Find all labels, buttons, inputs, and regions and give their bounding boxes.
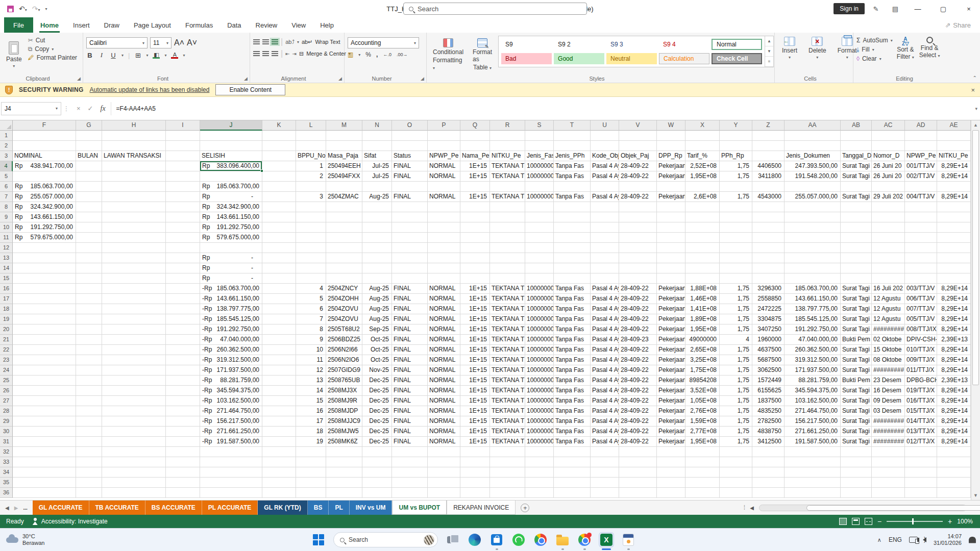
- cell-V11[interactable]: [619, 233, 657, 243]
- cell-L30[interactable]: 18: [296, 427, 326, 437]
- cell-AA34[interactable]: [785, 467, 841, 478]
- cell-H4[interactable]: [102, 161, 166, 171]
- cell-L16[interactable]: 4: [296, 284, 326, 294]
- cell-W21[interactable]: Pekerjaan: [657, 335, 685, 345]
- sheet-tab-bs[interactable]: BS: [308, 500, 329, 515]
- cell-M18[interactable]: 2504ZOVU: [326, 304, 362, 314]
- cell-AD2[interactable]: [905, 141, 937, 151]
- cell-K24[interactable]: [262, 365, 296, 375]
- cell-AE21[interactable]: 2,39E+13: [937, 335, 971, 345]
- cell-O5[interactable]: FINAL: [392, 171, 428, 182]
- cell-J30[interactable]: -Rp271.661.250,00: [200, 427, 262, 437]
- cell-T15[interactable]: [554, 273, 591, 284]
- weather-widget[interactable]: 30°CBerawan: [0, 533, 44, 546]
- cell-AE35[interactable]: [937, 478, 971, 488]
- cell-I15[interactable]: [166, 273, 200, 284]
- cell-AA6[interactable]: [785, 182, 841, 192]
- wrap-text-button[interactable]: ab↵Wrap Text: [302, 39, 340, 45]
- cell-R5[interactable]: TEKTANA T: [490, 171, 525, 182]
- cell-AD8[interactable]: [905, 202, 937, 212]
- cell-I21[interactable]: [166, 335, 200, 345]
- cell-F19[interactable]: [13, 314, 76, 324]
- cell-Q12[interactable]: [460, 243, 490, 253]
- cell-S17[interactable]: 100000000: [525, 294, 554, 304]
- cell-AB4[interactable]: Surat Tagi: [841, 161, 872, 171]
- cell-S19[interactable]: 100000000: [525, 314, 554, 324]
- cell-W28[interactable]: Pekerjaan: [657, 406, 685, 416]
- cell-F6[interactable]: Rp185.063.700,00: [13, 182, 76, 192]
- cell-W20[interactable]: Pekerjaan: [657, 324, 685, 335]
- bottom-align-icon[interactable]: [272, 39, 278, 44]
- cell-AB30[interactable]: Surat Tagi: [841, 427, 872, 437]
- menu-tab-help[interactable]: Help: [313, 17, 341, 33]
- cell-P10[interactable]: [428, 222, 460, 233]
- cell-O11[interactable]: [392, 233, 428, 243]
- cell-J1[interactable]: [200, 131, 262, 141]
- cell-G35[interactable]: [76, 478, 102, 488]
- cell-Z16[interactable]: 3296300: [752, 284, 785, 294]
- cell-Q25[interactable]: 1E+15: [460, 375, 490, 386]
- cell-U28[interactable]: Pasal 4 Ay: [591, 406, 619, 416]
- cell-Y28[interactable]: 1,75: [720, 406, 752, 416]
- cell-I18[interactable]: [166, 304, 200, 314]
- cell-X28[interactable]: 2,76E+08: [685, 406, 720, 416]
- cell-J22[interactable]: -Rp260.362.500,00: [200, 345, 262, 355]
- cell-X6[interactable]: [685, 182, 720, 192]
- cell-K31[interactable]: [262, 437, 296, 447]
- cell-AE18[interactable]: 8,29E+14: [937, 304, 971, 314]
- cell-X21[interactable]: 49000000: [685, 335, 720, 345]
- row-header-2[interactable]: 2: [0, 141, 13, 151]
- cell-AD33[interactable]: [905, 457, 937, 467]
- cell-AB19[interactable]: Surat Tagi: [841, 314, 872, 324]
- cell-R17[interactable]: TEKTANA T: [490, 294, 525, 304]
- cell-G4[interactable]: [76, 161, 102, 171]
- cell-R20[interactable]: TEKTANA T: [490, 324, 525, 335]
- cell-T23[interactable]: Tanpa Fas: [554, 355, 591, 365]
- cell-V15[interactable]: [619, 273, 657, 284]
- cell-S11[interactable]: [525, 233, 554, 243]
- cell-G7[interactable]: [76, 192, 102, 202]
- cell-V31[interactable]: 28-409-22: [619, 437, 657, 447]
- cell-AB16[interactable]: Surat Tagi: [841, 284, 872, 294]
- col-header-W[interactable]: W: [657, 120, 685, 131]
- cell-U4[interactable]: Pasal 4 Ay: [591, 161, 619, 171]
- cell-O16[interactable]: FINAL: [392, 284, 428, 294]
- cell-G21[interactable]: [76, 335, 102, 345]
- cell-F8[interactable]: Rp324.342.900,00: [13, 202, 76, 212]
- cell-H28[interactable]: [102, 406, 166, 416]
- cell-Q24[interactable]: 1E+15: [460, 365, 490, 375]
- cell-AD11[interactable]: [905, 233, 937, 243]
- cell-P25[interactable]: NORMAL: [428, 375, 460, 386]
- cell-J28[interactable]: -Rp271.464.750,00: [200, 406, 262, 416]
- cell-X25[interactable]: 89854208: [685, 375, 720, 386]
- col-header-M[interactable]: M: [326, 120, 362, 131]
- cell-AD25[interactable]: DPBG-BCH: [905, 375, 937, 386]
- cell-R15[interactable]: [490, 273, 525, 284]
- cell-I29[interactable]: [166, 416, 200, 427]
- sheet-tab-gl-rk-ytd[interactable]: GL RK (YTD): [258, 500, 307, 515]
- cell-H33[interactable]: [102, 457, 166, 467]
- sheet-tab-tb-accurate[interactable]: TB ACCURATE: [89, 500, 145, 515]
- cell-F34[interactable]: [13, 467, 76, 478]
- cell-Q3[interactable]: Nama_Pe: [460, 151, 490, 161]
- insert-cells-button[interactable]: Insert▾: [778, 35, 801, 74]
- cell-O34[interactable]: [392, 467, 428, 478]
- cell-V1[interactable]: [619, 131, 657, 141]
- cell-T21[interactable]: Tanpa Fas: [554, 335, 591, 345]
- cell-W9[interactable]: [657, 212, 685, 222]
- cell-Z2[interactable]: [752, 141, 785, 151]
- style-chip-good[interactable]: Good: [554, 53, 604, 64]
- cell-O13[interactable]: [392, 253, 428, 263]
- cell-N9[interactable]: [362, 212, 392, 222]
- cell-X16[interactable]: 1,88E+08: [685, 284, 720, 294]
- cell-AB17[interactable]: Surat Tagi: [841, 294, 872, 304]
- cell-Z28[interactable]: 4835250: [752, 406, 785, 416]
- decrease-indent-icon[interactable]: ⇤: [285, 51, 289, 57]
- chrome-taskbar-button[interactable]: [533, 533, 548, 547]
- col-header-Y[interactable]: Y: [720, 120, 752, 131]
- cell-U19[interactable]: Pasal 4 Ay: [591, 314, 619, 324]
- cell-AD17[interactable]: 006/TTJ/V: [905, 294, 937, 304]
- cell-P28[interactable]: NORMAL: [428, 406, 460, 416]
- cell-S36[interactable]: [525, 488, 554, 498]
- cell-Z36[interactable]: [752, 488, 785, 498]
